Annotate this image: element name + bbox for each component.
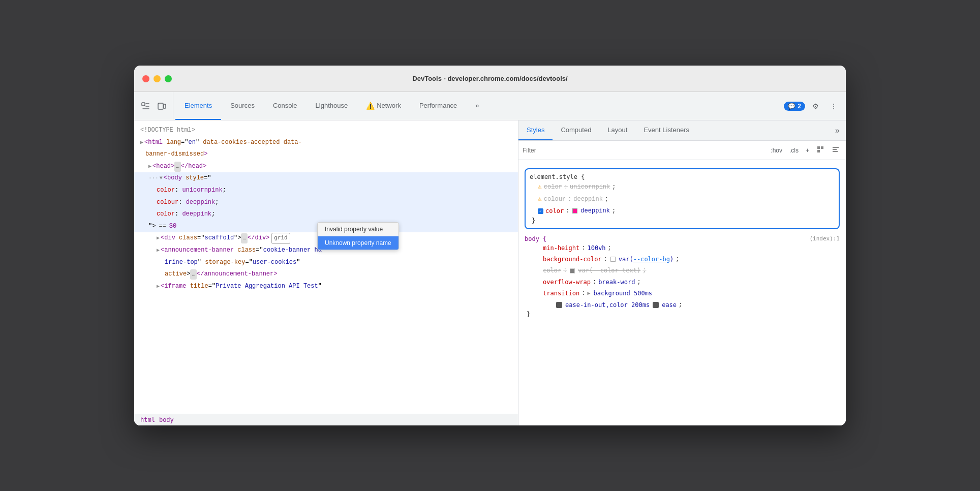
warn-icon-2: ⚠ <box>538 194 542 205</box>
filter-buttons: :hov .cls + <box>769 144 842 156</box>
gear-icon: ⚙ <box>812 102 819 110</box>
body-triangle[interactable]: ▼ <box>160 174 163 183</box>
color-palette-icon[interactable] <box>814 144 826 156</box>
filter-input[interactable] <box>523 147 764 154</box>
breadcrumb-html[interactable]: html <box>140 416 155 423</box>
dom-banner-2: irine-top" storage-key="user-cookies" <box>134 257 518 269</box>
body-close-brace: } <box>525 311 840 318</box>
main-tabs: Elements Sources Console Lighthouse ⚠️ N… <box>175 92 784 120</box>
tab-more[interactable]: » <box>466 92 488 120</box>
hov-button[interactable]: :hov <box>769 146 784 155</box>
inspect-icon[interactable] <box>138 99 152 113</box>
color-text-swatch[interactable] <box>570 268 575 273</box>
toolbar-icon-group <box>138 92 173 120</box>
tooltip-unknown-property[interactable]: Unknown property name <box>318 236 399 250</box>
breadcrumb-body[interactable]: body <box>159 416 174 423</box>
minimize-button[interactable] <box>154 75 161 82</box>
traffic-lights <box>142 75 172 82</box>
bg-color-swatch[interactable] <box>610 257 616 262</box>
css-checkbox[interactable] <box>538 208 543 214</box>
element-style-selector: element.style { <box>530 173 835 181</box>
body-transition-cont: ease-in-out,color 200ms ease ; <box>525 299 840 311</box>
svg-rect-1 <box>158 103 163 109</box>
device-icon[interactable] <box>155 99 169 113</box>
dom-doctype: <!DOCTYPE html> <box>134 125 518 137</box>
svg-rect-6 <box>833 147 839 148</box>
more-options-button[interactable]: ⋮ <box>825 98 842 114</box>
kebab-icon: ⋮ <box>830 102 837 110</box>
head-triangle[interactable]: ▶ <box>148 162 151 171</box>
dom-head: ▶ <head> … </head> <box>134 161 518 173</box>
dom-iframe: ▶ <iframe title="Private Aggregation API… <box>134 281 518 293</box>
toolbar-right: 💬 2 ⚙ ⋮ <box>784 92 842 120</box>
tab-event-listeners[interactable]: Event Listeners <box>635 120 697 140</box>
dom-body[interactable]: ··· ▼ <body style=" <box>134 172 518 185</box>
svg-rect-0 <box>142 103 145 106</box>
tooltip-container: Invalid property value Unknown property … <box>317 222 399 250</box>
maximize-button[interactable] <box>165 75 172 82</box>
dom-body-colour2: colour: deeppink; <box>134 197 518 209</box>
body-overflow-wrap: overflow-wrap : break-word ; <box>525 277 840 288</box>
tab-lighthouse[interactable]: Lighthouse <box>307 92 357 120</box>
tab-sources[interactable]: Sources <box>221 92 264 120</box>
styles-toolbar: Styles Computed Layout Event Listeners » <box>518 120 846 141</box>
close-button[interactable] <box>142 75 149 82</box>
element-style-block: element.style { ⚠ color : unicornpink ; <box>525 168 840 229</box>
dom-body-color1: color: unicornpink; <box>134 185 518 197</box>
css-element-line-1: ⚠ color : unicornpink ; <box>530 181 835 193</box>
warn-icon-1: ⚠ <box>538 181 542 193</box>
ease-icon-1[interactable] <box>556 302 562 308</box>
message-badge[interactable]: 💬 2 <box>784 102 805 111</box>
tab-console[interactable]: Console <box>264 92 307 120</box>
network-warning-icon: ⚠️ <box>366 102 375 110</box>
dom-tree[interactable]: <!DOCTYPE html> ▶ <html lang="en" data-c… <box>134 120 518 414</box>
deeppink-swatch[interactable] <box>572 208 577 213</box>
devtools: Elements Sources Console Lighthouse ⚠️ N… <box>134 92 846 425</box>
body-index-ref: (index):1 <box>809 235 840 242</box>
tab-elements[interactable]: Elements <box>175 92 221 120</box>
tab-performance[interactable]: Performance <box>410 92 466 120</box>
transition-triangle[interactable]: ▶ <box>587 289 590 298</box>
ease-icon-2[interactable] <box>653 302 659 308</box>
tab-network[interactable]: ⚠️ Network <box>357 92 410 120</box>
dom-html-tag: ▶ <html lang="en" data-cookies-accepted … <box>134 137 518 149</box>
tooltip-invalid-property[interactable]: Invalid property value <box>318 223 399 236</box>
grid-badge[interactable]: grid <box>271 233 290 244</box>
styles-more-button[interactable]: » <box>829 120 846 140</box>
scaffold-triangle[interactable]: ▶ <box>157 234 160 243</box>
svg-rect-4 <box>821 146 823 149</box>
settings-button[interactable]: ⚙ <box>807 98 823 114</box>
layout-icon[interactable] <box>830 144 842 156</box>
iframe-triangle[interactable]: ▶ <box>157 282 160 291</box>
add-style-button[interactable]: + <box>804 146 811 155</box>
svg-rect-5 <box>817 150 820 152</box>
cls-button[interactable]: .cls <box>787 146 801 155</box>
tab-layout[interactable]: Layout <box>599 120 635 140</box>
svg-rect-8 <box>833 151 838 152</box>
dom-html-cont: banner-dismissed> <box>134 148 518 161</box>
body-min-height: min-height : 100vh ; <box>525 242 840 254</box>
body-selector: body { <box>525 235 546 242</box>
main-area: <!DOCTYPE html> ▶ <html lang="en" data-c… <box>134 120 846 425</box>
css-rules-panel: element.style { ⚠ color : unicornpink ; <box>518 160 846 425</box>
svg-rect-7 <box>833 149 837 150</box>
titlebar: DevTools - developer.chrome.com/docs/dev… <box>134 66 846 92</box>
tab-styles[interactable]: Styles <box>518 120 553 140</box>
dom-panel: <!DOCTYPE html> ▶ <html lang="en" data-c… <box>134 120 518 425</box>
filter-bar: :hov .cls + <box>518 141 846 160</box>
svg-rect-2 <box>164 104 166 108</box>
body-background-color: background-color : var(--color-bg) ; <box>525 254 840 265</box>
tooltip-box: Invalid property value Unknown property … <box>317 222 399 250</box>
tab-computed[interactable]: Computed <box>553 120 599 140</box>
styles-panel: Styles Computed Layout Event Listeners » <box>518 120 846 425</box>
body-rule-block: body { (index):1 min-height : 100vh ; <box>518 233 846 320</box>
css-element-line-2: ⚠ colour : deeppink ; <box>530 193 835 205</box>
breadcrumb: html body <box>134 414 518 425</box>
banner-triangle[interactable]: ▶ <box>157 246 160 255</box>
main-toolbar: Elements Sources Console Lighthouse ⚠️ N… <box>134 92 846 120</box>
css-element-line-3: color : deeppink ; <box>530 205 835 217</box>
dom-body-color3: color: deeppink; <box>134 208 518 221</box>
dom-banner-3: active> … </announcement-banner> <box>134 268 518 281</box>
window-title: DevTools - developer.chrome.com/docs/dev… <box>412 75 567 82</box>
html-triangle[interactable]: ▶ <box>140 138 143 147</box>
